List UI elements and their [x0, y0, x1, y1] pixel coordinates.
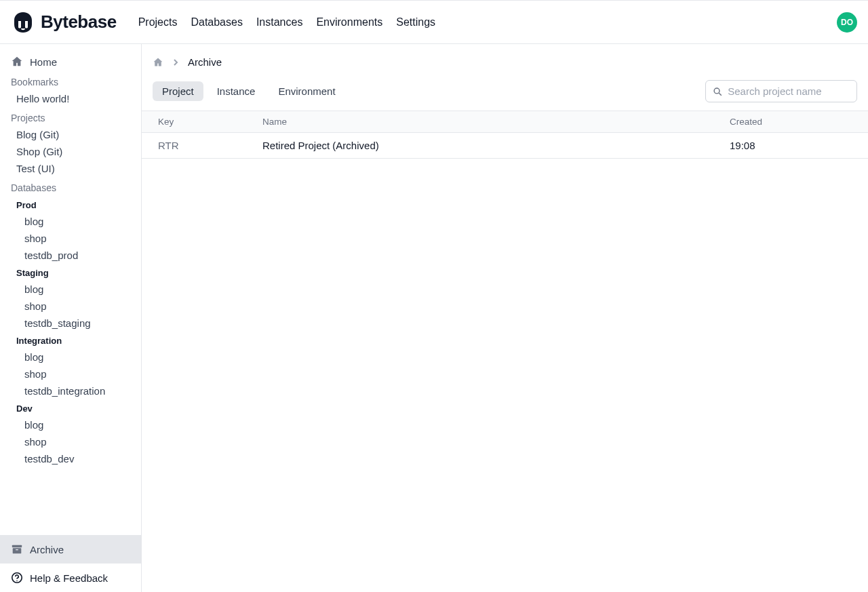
sidebar-databases-heading: Databases: [0, 177, 141, 196]
sidebar-help[interactable]: Help & Feedback: [0, 564, 141, 592]
sidebar-env-staging: Staging: [0, 264, 141, 281]
nav-databases[interactable]: Databases: [191, 16, 243, 28]
cell-created: 19:08: [730, 140, 868, 151]
archive-icon: [11, 543, 23, 555]
sidebar-projects-heading: Projects: [0, 107, 141, 126]
svg-rect-0: [12, 545, 22, 548]
tab-project[interactable]: Project: [153, 81, 203, 101]
th-name: Name: [262, 117, 730, 127]
nav-environments[interactable]: Environments: [316, 16, 382, 28]
table-header: Key Name Created: [142, 111, 868, 133]
avatar[interactable]: DO: [837, 12, 857, 33]
help-icon: [11, 572, 23, 584]
sidebar-db-integration-blog[interactable]: blog: [0, 349, 141, 366]
th-created: Created: [730, 117, 868, 127]
cell-key: RTR: [142, 140, 262, 151]
sidebar-db-integration-testdb[interactable]: testdb_integration: [0, 382, 141, 399]
sidebar-project-test-ui[interactable]: Test (UI): [0, 160, 141, 177]
brand-logo[interactable]: Bytebase: [11, 10, 117, 35]
sidebar-home[interactable]: Home: [0, 52, 141, 71]
tab-environment[interactable]: Environment: [269, 81, 344, 101]
svg-rect-1: [13, 548, 22, 553]
table-row[interactable]: RTR Retired Project (Archived) 19:08: [142, 133, 868, 159]
sidebar-db-staging-blog[interactable]: blog: [0, 281, 141, 298]
th-key: Key: [142, 117, 262, 127]
sidebar-db-dev-testdb[interactable]: testdb_dev: [0, 450, 141, 467]
breadcrumb: Archive: [142, 44, 868, 75]
sidebar-db-integration-shop[interactable]: shop: [0, 366, 141, 382]
nav-instances[interactable]: Instances: [256, 16, 302, 28]
svg-point-4: [16, 580, 18, 582]
sidebar-db-prod-shop[interactable]: shop: [0, 230, 141, 247]
chevron-right-icon: [172, 58, 180, 66]
home-icon: [11, 56, 23, 68]
search-input[interactable]: [728, 85, 850, 97]
cell-name: Retired Project (Archived): [262, 140, 730, 151]
sidebar-db-staging-testdb[interactable]: testdb_staging: [0, 315, 141, 332]
sidebar-env-integration: Integration: [0, 332, 141, 349]
sidebar-archive[interactable]: Archive: [0, 535, 141, 564]
sidebar-bookmark-hello[interactable]: Hello world!: [0, 90, 141, 107]
svg-rect-2: [16, 549, 18, 550]
nav-projects[interactable]: Projects: [138, 16, 178, 28]
svg-point-5: [714, 88, 719, 94]
svg-line-6: [719, 93, 722, 96]
breadcrumb-current: Archive: [188, 56, 222, 68]
brand-icon: [11, 10, 35, 35]
nav-settings[interactable]: Settings: [396, 16, 435, 28]
search-wrap[interactable]: [705, 80, 857, 102]
sidebar-project-blog-git[interactable]: Blog (Git): [0, 126, 141, 143]
tab-instance[interactable]: Instance: [208, 81, 265, 101]
breadcrumb-home-icon[interactable]: [153, 57, 163, 68]
sidebar-env-prod: Prod: [0, 196, 141, 213]
sidebar-db-prod-blog[interactable]: blog: [0, 213, 141, 230]
search-icon: [713, 86, 722, 97]
sidebar-db-prod-testdb[interactable]: testdb_prod: [0, 247, 141, 264]
sidebar-db-dev-blog[interactable]: blog: [0, 416, 141, 433]
sidebar-help-label: Help & Feedback: [30, 572, 108, 584]
sidebar-db-staging-shop[interactable]: shop: [0, 298, 141, 315]
sidebar-bookmarks-heading: Bookmarks: [0, 71, 141, 90]
sidebar-archive-label: Archive: [30, 544, 64, 555]
sidebar-env-dev: Dev: [0, 399, 141, 416]
sidebar-project-shop-git[interactable]: Shop (Git): [0, 143, 141, 160]
sidebar-db-dev-shop[interactable]: shop: [0, 433, 141, 450]
sidebar-home-label: Home: [30, 56, 57, 68]
brand-text: Bytebase: [41, 12, 117, 33]
